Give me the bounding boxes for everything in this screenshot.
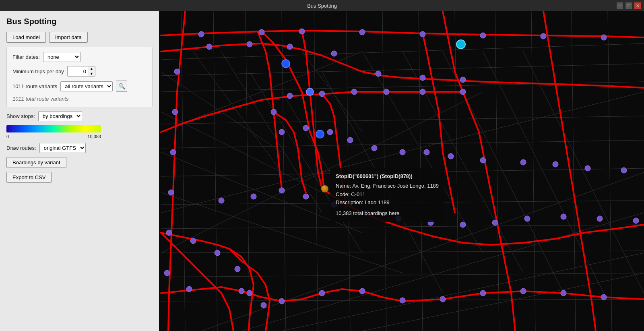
svg-point-47 (198, 31, 204, 37)
show-stops-select[interactable]: by boardings by alightings off (38, 111, 82, 121)
svg-point-115 (520, 288, 526, 294)
svg-point-58 (331, 51, 337, 56)
svg-point-94 (396, 216, 401, 221)
svg-point-64 (170, 149, 176, 155)
gradient-labels: 0 10,383 (6, 134, 101, 139)
svg-point-100 (597, 216, 603, 221)
show-stops-label: Show stops: (6, 113, 35, 119)
filter-dates-select[interactable]: none weekdays weekends custom (43, 52, 80, 62)
svg-point-116 (561, 290, 566, 296)
svg-point-85 (553, 161, 558, 167)
svg-point-110 (319, 290, 325, 296)
svg-point-123 (306, 88, 314, 95)
min-trips-input[interactable] (68, 67, 88, 76)
svg-point-51 (420, 31, 425, 37)
svg-point-117 (601, 294, 607, 300)
route-variants-count: 1011 route variants (12, 83, 57, 89)
route-variants-select[interactable]: all route variants selected only (60, 81, 113, 91)
svg-point-78 (347, 137, 353, 143)
titlebar-title: Bus Spotting (307, 3, 337, 9)
svg-point-89 (251, 194, 256, 199)
svg-point-52 (480, 33, 486, 38)
svg-point-82 (448, 153, 454, 159)
gradient-bar (6, 125, 101, 132)
svg-point-111 (359, 288, 365, 294)
boardings-by-variant-button[interactable]: Boardings by variant (6, 157, 66, 168)
svg-point-90 (279, 188, 285, 193)
svg-point-109 (279, 298, 285, 304)
svg-point-92 (331, 202, 337, 207)
import-data-button[interactable]: Import data (49, 32, 88, 43)
show-stops-row: Show stops: by boardings by alightings o… (6, 111, 153, 121)
gradient-section: 0 10,383 (6, 125, 153, 139)
gradient-min-label: 0 (6, 134, 9, 139)
svg-point-57 (287, 44, 293, 50)
svg-point-50 (359, 29, 365, 35)
svg-point-59 (376, 71, 381, 77)
total-route-variants-label: 1011 total route variants (12, 96, 147, 102)
route-variants-search-button[interactable]: 🔍 (116, 81, 127, 92)
svg-point-95 (428, 220, 433, 225)
svg-point-77 (327, 129, 333, 135)
close-button[interactable]: ✕ (634, 2, 641, 9)
top-buttons-row: Load model Import data (6, 32, 153, 43)
svg-point-114 (480, 290, 486, 296)
draw-routes-label: Draw routes: (6, 145, 36, 151)
svg-point-68 (271, 109, 277, 115)
svg-point-73 (420, 89, 425, 95)
svg-point-71 (351, 89, 357, 95)
min-trips-label: Minimum trips per day (12, 68, 64, 74)
load-model-button[interactable]: Load model (6, 32, 46, 43)
filter-dates-row: Filter dates: none weekdays weekends cus… (12, 52, 147, 62)
draw-routes-select[interactable]: original GTFS predicted off (39, 143, 86, 153)
draw-routes-row: Draw routes: original GTFS predicted off (6, 143, 153, 153)
svg-point-106 (261, 302, 266, 308)
svg-point-53 (541, 33, 546, 39)
svg-point-83 (480, 157, 486, 163)
svg-point-96 (460, 222, 466, 228)
svg-point-61 (460, 77, 466, 83)
svg-point-101 (633, 218, 639, 223)
svg-point-97 (492, 220, 498, 225)
svg-point-63 (172, 109, 178, 115)
svg-point-80 (400, 149, 405, 155)
svg-point-76 (303, 125, 309, 131)
svg-point-107 (186, 286, 192, 292)
route-variants-row: 1011 route variants all route variants s… (12, 81, 147, 92)
svg-point-55 (206, 44, 212, 50)
filter-dates-label: Filter dates: (12, 54, 40, 60)
svg-point-122 (316, 130, 324, 138)
titlebar: Bus Spotting ─ □ ✕ (0, 0, 644, 11)
svg-point-120 (456, 40, 465, 49)
app-title: Bus Spotting (6, 17, 153, 26)
svg-point-88 (219, 198, 224, 203)
minimize-button[interactable]: ─ (617, 2, 623, 9)
svg-point-103 (215, 250, 220, 256)
svg-point-56 (247, 41, 252, 47)
svg-point-108 (239, 288, 244, 294)
svg-point-87 (621, 168, 627, 173)
svg-point-93 (363, 210, 369, 215)
svg-point-84 (520, 159, 526, 165)
min-trips-row: Minimum trips per day ▲ ▼ (12, 66, 147, 77)
export-csv-button[interactable]: Export to CSV (6, 172, 52, 183)
spinner-up-button[interactable]: ▲ (88, 66, 95, 71)
titlebar-controls: ─ □ ✕ (617, 2, 641, 9)
svg-point-60 (420, 75, 425, 81)
min-trips-spinner: ▲ ▼ (67, 66, 95, 77)
svg-point-54 (601, 35, 607, 40)
svg-point-72 (384, 89, 389, 95)
svg-point-67 (164, 270, 170, 276)
maximize-button[interactable]: □ (625, 2, 632, 9)
svg-point-49 (299, 29, 305, 34)
spinner-down-button[interactable]: ▼ (88, 71, 95, 76)
svg-point-112 (400, 298, 405, 303)
spinner-buttons: ▲ ▼ (88, 66, 95, 76)
svg-point-104 (235, 266, 240, 272)
svg-point-121 (282, 60, 290, 68)
gradient-max-label: 10,383 (87, 134, 101, 139)
svg-point-113 (440, 296, 446, 302)
svg-point-102 (190, 238, 196, 244)
svg-point-91 (303, 194, 309, 199)
main-container: StopID("600601") (StopID(878)) Name: Av.… (0, 11, 644, 331)
